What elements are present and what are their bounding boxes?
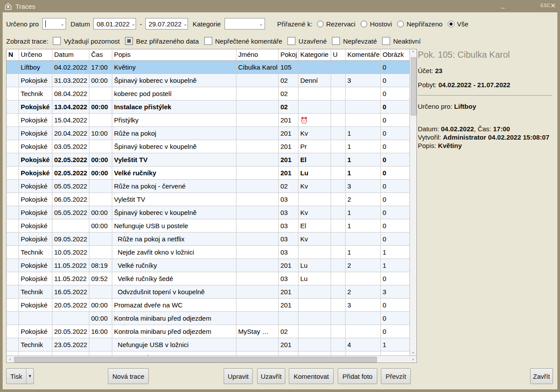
- checkbox-label: Nepřečtené komentáře: [215, 37, 283, 45]
- close-trace-button[interactable]: Uzavřít: [257, 368, 285, 384]
- checkbox-item[interactable]: Nepřečtené komentáře: [204, 37, 283, 45]
- kategorie-select[interactable]: ⌄: [225, 18, 265, 30]
- date-from-select[interactable]: 08.01.2022 ⌄: [93, 18, 136, 30]
- checkbox-item[interactable]: Neaktivní: [382, 37, 421, 45]
- comment-button[interactable]: Komentovat: [289, 368, 334, 384]
- dropdown-arrow-icon[interactable]: ▼: [26, 369, 33, 384]
- table-cell: Pokojské: [19, 127, 52, 140]
- table-row[interactable]: 00:00Kontrola minibaru před odjezdem0: [7, 312, 409, 325]
- new-trace-button[interactable]: Nová trace: [108, 368, 149, 384]
- table-cell: [331, 87, 346, 100]
- table-row[interactable]: Pokojské03.05.2022Špinavý koberec v koup…: [7, 140, 409, 153]
- checkbox-icon[interactable]: [332, 37, 340, 45]
- table-row[interactable]: Pokojské05.05.2022Růže na pokoj - červen…: [7, 180, 409, 193]
- table-row[interactable]: Pokojské02.05.202200:00Velké ručníky201L…: [7, 166, 409, 180]
- table-cell: [7, 114, 19, 126]
- checkbox-icon[interactable]: [53, 37, 61, 45]
- table-row[interactable]: Pokojské15.04.2022Přistýlky201⏰0: [7, 114, 409, 127]
- table-cell: [331, 259, 346, 272]
- scroll-right-icon[interactable]: ›: [409, 356, 416, 362]
- scroll-up-icon[interactable]: ⌃: [410, 49, 416, 56]
- table-cell: [89, 338, 112, 351]
- vscroll-thumb[interactable]: [411, 57, 416, 115]
- table-cell: [236, 272, 279, 285]
- column-header[interactable]: Pokoj: [279, 49, 298, 60]
- scroll-left-icon[interactable]: ‹: [7, 356, 14, 362]
- column-header[interactable]: Kategorie: [298, 49, 331, 60]
- column-header[interactable]: Čas: [89, 49, 112, 60]
- table-cell: [331, 285, 346, 298]
- table-cell: [7, 325, 19, 338]
- column-header[interactable]: Komentáře: [346, 49, 381, 60]
- radio-icon[interactable]: [397, 21, 404, 27]
- column-header[interactable]: Obrázk: [381, 49, 409, 60]
- column-header[interactable]: Datum: [52, 49, 89, 60]
- column-header[interactable]: N: [7, 49, 19, 60]
- table-row[interactable]: Liftboy04.02.202217:00KvětinyCibulka Kar…: [7, 61, 409, 74]
- radio-icon[interactable]: [361, 21, 367, 27]
- table-row[interactable]: Pokojské20.05.202200:00Promazat dveře na…: [7, 299, 409, 312]
- date-to-select[interactable]: 29.07.2022 ⌄: [145, 18, 188, 30]
- table-cell: Odvzdušnit topení v koupelně: [112, 285, 236, 298]
- table-row[interactable]: Pokojské00:00Nefunguje USB u postele03El…: [7, 219, 409, 233]
- table-row[interactable]: Pokojské02.05.202200:00Vyleštit TV201El1…: [7, 153, 409, 166]
- table-cell: 13.04.2022: [52, 100, 89, 113]
- radio-item[interactable]: Rezervaci: [317, 20, 356, 28]
- column-header[interactable]: Určeno: [19, 49, 52, 60]
- table-row[interactable]: Pokojské20.04.202210:00Růže na pokoj201K…: [7, 127, 409, 140]
- table-cell: 03: [279, 206, 298, 219]
- close-window-button[interactable]: Zavřít: [530, 368, 553, 384]
- checkbox-item[interactable]: Uzavřené: [287, 37, 327, 45]
- radio-item[interactable]: Nepřiřazeno: [397, 20, 442, 28]
- table-row[interactable]: Pokojské13.04.202200:00Instalace přistýl…: [7, 100, 409, 114]
- checkbox-icon[interactable]: [125, 37, 133, 45]
- table-cell: [236, 193, 279, 206]
- table-row[interactable]: Pokojské11.05.202208:19 Velké ručníky201…: [7, 259, 409, 272]
- table-row[interactable]: Technik08.04.2022koberec pod postelí020: [7, 87, 409, 100]
- minimize-button[interactable]: _: [501, 1, 505, 8]
- hscroll-thumb[interactable]: [14, 357, 377, 362]
- checkbox-icon[interactable]: [287, 37, 295, 45]
- table-row[interactable]: Pokojské06.05.2022Vyleštit TV0320: [7, 193, 409, 206]
- horizontal-scrollbar[interactable]: ‹ ›: [7, 355, 416, 362]
- column-header[interactable]: Popis: [112, 49, 236, 60]
- table-row[interactable]: Pokojské11.05.202209:52 Velké ručníky še…: [7, 272, 409, 285]
- table-cell: [331, 166, 346, 179]
- checkbox-item[interactable]: Nepřevzaté: [332, 37, 377, 45]
- radio-icon[interactable]: [448, 21, 454, 27]
- checkbox-item[interactable]: Bez přiřazeného data: [125, 37, 199, 45]
- table-cell: [7, 272, 19, 285]
- take-over-button[interactable]: Převzít: [381, 368, 411, 384]
- column-header[interactable]: Jméno: [236, 49, 279, 60]
- vertical-scrollbar[interactable]: ⌃ ⌄: [409, 49, 416, 355]
- table-cell: 00:00: [89, 312, 112, 325]
- table-cell: [298, 193, 331, 206]
- radio-item[interactable]: Hostovi: [361, 20, 392, 28]
- table-row[interactable]: Technik10.05.2022 Nejde zavřit okno v lo…: [7, 246, 409, 259]
- table-row[interactable]: Pokojské31.03.202200:00Špinavý koberec v…: [7, 74, 409, 87]
- table-row[interactable]: Technik23.05.2022 Nefunguje USB v ložnic…: [7, 338, 409, 351]
- add-photo-button[interactable]: Přidat foto: [338, 368, 377, 384]
- table-cell: [7, 87, 19, 100]
- esc-button[interactable]: ESC: [541, 3, 550, 8]
- table-row[interactable]: Pokojské05.05.202200:00Špinavý koberec v…: [7, 206, 409, 219]
- urceno-pro-select[interactable]: ⌄: [42, 18, 66, 30]
- print-button[interactable]: Tisk ▼: [6, 368, 34, 384]
- table-cell: 03: [279, 272, 298, 285]
- table-cell: Vyleštit TV: [112, 153, 236, 166]
- radio-item[interactable]: Vše: [448, 20, 468, 28]
- scroll-down-icon[interactable]: ⌄: [410, 348, 416, 355]
- table-cell: 10.05.2022: [52, 246, 89, 259]
- table-row[interactable]: Technik16.05.2022 Odvzdušnit topení v ko…: [7, 285, 409, 299]
- column-header[interactable]: U: [331, 49, 346, 60]
- table-row[interactable]: Pokojské20.05.202216:00Kontrola minibaru…: [7, 325, 409, 338]
- close-icon[interactable]: ✕: [550, 2, 556, 10]
- edit-button[interactable]: Upravit: [224, 368, 253, 384]
- checkbox-icon[interactable]: [204, 37, 212, 45]
- checkbox-item[interactable]: Vyžadují pozornost: [53, 37, 120, 45]
- table-row[interactable]: Pokojské09.05.2022 Růže na pokoj a netfl…: [7, 233, 409, 246]
- table-cell: [7, 193, 19, 206]
- table-cell: [89, 114, 112, 126]
- checkbox-icon[interactable]: [382, 37, 390, 45]
- radio-icon[interactable]: [317, 21, 324, 27]
